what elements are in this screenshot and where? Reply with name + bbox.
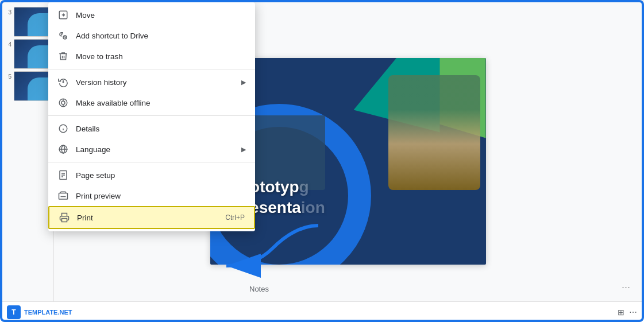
preview-icon [57,190,69,201]
menu-item-page-setup[interactable]: Page setup [48,165,255,185]
slide-num-4: 4 [5,39,11,48]
svg-rect-16 [62,219,67,222]
move-icon [57,9,69,21]
slide-thumb-5[interactable]: 5 [5,71,51,101]
menu-item-print-preview[interactable]: Print preview [48,185,255,206]
menu-item-language[interactable]: Language ▶ [48,139,255,160]
menu-label-details: Details [76,125,246,133]
grid-icon[interactable]: ⊞ [618,308,624,317]
slide-num-3: 3 [5,7,11,15]
logo-text: TEMPLATE.NET [24,309,72,316]
thumb-accent [28,45,51,68]
menu-label-move: Move [76,11,246,20]
slide-thumb-3[interactable]: 3 [5,7,51,37]
shortcut-icon [57,30,69,41]
divider-2 [48,115,255,116]
slide-panel: 3 4 5 [2,2,54,320]
globe-icon [57,143,69,155]
main-container: 3 4 5 [2,2,642,320]
menu-item-move[interactable]: Move [48,5,255,25]
menu-item-details[interactable]: Details [48,118,255,139]
menu-item-version-history[interactable]: Version history ▶ [48,72,255,92]
toolbar-icons: ⊞ ⋯ [618,308,637,317]
menu-label-make-offline: Make available offline [76,99,246,107]
menu-label-print: Print [77,214,218,222]
slide-options-dots[interactable]: ··· [622,281,630,293]
toolbar-logo: T TEMPLATE.NET [7,305,72,319]
offline-icon [57,97,69,108]
history-icon [57,76,69,88]
info-icon [57,123,69,134]
menu-label-print-preview: Print preview [76,192,246,200]
slide-num-5: 5 [5,71,11,80]
slide-thumb-4[interactable]: 4 [5,39,51,69]
divider-3 [48,162,255,162]
slide-thumbnail-5[interactable] [14,71,51,101]
slide-person [388,75,480,190]
logo-letter: T [11,308,16,316]
notes-label: Notes [249,285,269,293]
svg-point-3 [61,101,65,104]
thumb-accent [28,13,51,36]
arrow-icon-version: ▶ [241,79,246,86]
print-shortcut: Ctrl+P [225,214,245,222]
bottom-toolbar: T TEMPLATE.NET ⊞ ⋯ [0,301,644,322]
thumb-accent [28,77,51,100]
slide-thumbnail-4[interactable] [14,39,51,69]
menu-item-print[interactable]: Print Ctrl+P [48,206,255,229]
divider-1 [48,69,255,69]
context-menu: Move Add shortcut to Drive [48,2,255,231]
menu-item-make-offline[interactable]: Make available offline [48,92,255,113]
slide-thumbnail-3[interactable] [14,7,51,37]
print-icon [59,212,70,223]
menu-label-move-trash: Move to trash [76,52,246,61]
menu-label-add-shortcut: Add shortcut to Drive [76,32,246,40]
more-icon[interactable]: ⋯ [629,308,637,317]
page-icon [57,169,69,181]
menu-label-version-history: Version history [76,78,234,87]
arrow-icon-language: ▶ [241,146,246,153]
menu-item-add-shortcut[interactable]: Add shortcut to Drive [48,25,255,46]
menu-label-page-setup: Page setup [76,171,246,180]
menu-item-move-trash[interactable]: Move to trash [48,46,255,67]
logo-icon: T [7,305,21,319]
trash-icon [57,51,69,62]
menu-label-language: Language [76,145,234,154]
